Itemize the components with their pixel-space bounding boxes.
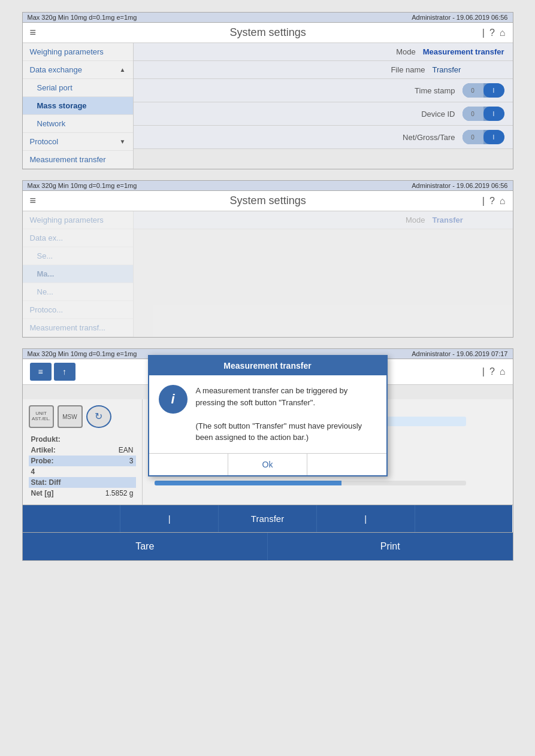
title-bar-1: ≡ System settings | ? ⌂ xyxy=(23,23,513,43)
status-left-2: Max 320g Min 10mg d=0.1mg e=1mg xyxy=(28,182,137,189)
toggle-off-netgrosstare: 0 xyxy=(463,130,483,144)
status-right-2: Administrator - 19.06.2019 06:56 xyxy=(412,182,507,189)
page-title-2: System settings xyxy=(54,195,482,207)
dialog-separator-right xyxy=(307,454,386,475)
triangle-down-icon: ▼ xyxy=(120,138,126,145)
settings-label-netgrosstare: Net/Gross/Tare xyxy=(142,133,463,142)
weighing-left-panel: UNITAST./EL. MSW ↻ Produkt: xyxy=(23,399,143,505)
menu-btn-2[interactable]: ≡ xyxy=(30,195,54,207)
sidebar-item-2-network: Ne... xyxy=(23,283,133,301)
help-icon-1[interactable]: ? xyxy=(489,28,495,38)
weighing-data-table: Produkt: Artikel: EAN Probe: 3 4 xyxy=(29,434,136,499)
progress-bar-fill xyxy=(155,481,341,485)
settings-row-filename: File name Transfer xyxy=(134,61,513,79)
sidebar-2: Weighing parameters Data ex... Se... Ma.… xyxy=(23,211,134,337)
toggle-on-deviceid: I xyxy=(483,107,504,121)
sidebar-item-2-protocol: Protoco... xyxy=(23,301,133,319)
status-left-3: Max 320g Min 10mg d=0.1mg e=1mg xyxy=(28,350,137,357)
settings-label-timestamp: Time stamp xyxy=(142,86,463,95)
action-btn-tare[interactable]: Tare xyxy=(23,533,268,560)
left-icons-3: ≡ ↑ xyxy=(30,363,75,381)
status-right-3: Administrator - 19.06.2019 07:17 xyxy=(412,350,507,357)
up-btn-3[interactable]: ↑ xyxy=(54,363,75,381)
data-row-artikel: Artikel: EAN xyxy=(29,445,136,456)
menu-icon-3: ≡ xyxy=(38,367,43,377)
sidebar-item-protocol[interactable]: Protocol ▼ xyxy=(23,133,133,151)
settings-value-mode: Measurement transfer xyxy=(423,47,504,56)
divider-3: | xyxy=(482,366,485,377)
status-bar-1: Max 320g Min 10mg d=0.1mg e=1mg Administ… xyxy=(23,13,513,23)
settings-row-mode: Mode Measurement transfer xyxy=(134,43,513,61)
unit-asl-btn[interactable]: UNITAST./EL. xyxy=(29,405,54,428)
settings-row-deviceid: Device ID 0 I xyxy=(134,102,513,126)
menu-btn-1[interactable]: ≡ xyxy=(30,26,54,39)
dialog-body: i A measurement transfer can be triggere… xyxy=(149,375,386,453)
title-icons-3: | ? ⌂ xyxy=(482,366,506,377)
content-area-1: Weighing parameters Data exchange ▲ Seri… xyxy=(23,43,513,169)
action-btn-transfer[interactable]: Transfer xyxy=(219,505,317,532)
data-row-produkt: Produkt: xyxy=(29,434,136,445)
settings-row-2-mode: Mode Transfer xyxy=(134,211,513,229)
toggle-netgrosstare[interactable]: 0 I xyxy=(463,130,504,144)
content-area-2: Weighing parameters Data ex... Se... Ma.… xyxy=(23,211,513,337)
sidebar-item-mass-storage[interactable]: Mass storage xyxy=(23,97,133,115)
action-bar-2: Tare Print xyxy=(23,532,513,560)
dialog-text: A measurement transfer can be triggered … xyxy=(196,385,377,444)
status-right-1: Administrator - 19.06.2019 06:56 xyxy=(412,14,507,21)
toggle-deviceid[interactable]: 0 I xyxy=(463,107,504,121)
action-btn-empty-2[interactable]: | xyxy=(120,505,219,532)
circle-arrow-btn[interactable]: ↻ xyxy=(86,405,111,428)
screen2: Max 320g Min 10mg d=0.1mg e=1mg Administ… xyxy=(22,180,513,338)
sidebar-item-2-mass: Ma... xyxy=(23,265,133,283)
menu-icon-2: ≡ xyxy=(30,195,37,207)
right-panel-2: Mode Transfer xyxy=(134,211,513,337)
action-btn-empty-1[interactable] xyxy=(23,505,121,532)
toggle-timestamp[interactable]: 0 I xyxy=(463,83,504,98)
blurred-content: Weighing parameters Data ex... Se... Ma.… xyxy=(23,211,513,337)
sidebar-item-serial-port[interactable]: Serial port xyxy=(23,79,133,97)
sidebar-item-data-exchange[interactable]: Data exchange ▲ xyxy=(23,61,133,79)
settings-label-mode: Mode xyxy=(142,47,423,56)
home-icon-1[interactable]: ⌂ xyxy=(500,28,506,38)
data-row-probe: Probe: 3 xyxy=(29,456,136,466)
status-left-1: Max 320g Min 10mg d=0.1mg e=1mg xyxy=(28,14,137,21)
action-icons: UNITAST./EL. MSW ↻ xyxy=(29,405,136,428)
sidebar-item-measurement-transfer[interactable]: Measurement transfer xyxy=(23,151,133,169)
sidebar-item-2-serial: Se... xyxy=(23,247,133,265)
action-btn-print[interactable]: Print xyxy=(268,533,513,560)
title-icons-2: | ? ⌂ xyxy=(482,196,506,207)
sidebar-item-network[interactable]: Network xyxy=(23,115,133,133)
data-row-netg: Net [g] 1.5852 g xyxy=(29,488,136,499)
menu-btn-3[interactable]: ≡ xyxy=(30,363,52,381)
msw-btn[interactable]: MSW xyxy=(58,405,83,428)
help-icon-3[interactable]: ? xyxy=(489,366,495,377)
sidebar-item-weighing[interactable]: Weighing parameters xyxy=(23,43,133,61)
screen1: Max 320g Min 10mg d=0.1mg e=1mg Administ… xyxy=(22,12,513,169)
up-icon-3: ↑ xyxy=(62,367,67,377)
home-icon-3[interactable]: ⌂ xyxy=(500,366,506,377)
sidebar-item-2-measurement: Measurement transf... xyxy=(23,319,133,337)
menu-icon-1: ≡ xyxy=(30,26,37,39)
data-row-stat-diff: Stat: Diff xyxy=(29,477,136,488)
help-icon-2[interactable]: ? xyxy=(489,196,495,207)
dialog-text-line2: (The soft button "Transfer" must have pr… xyxy=(196,420,377,444)
dialog-separator-left xyxy=(149,454,228,475)
page-title-1: System settings xyxy=(54,26,482,39)
dialog-ok-button[interactable]: Ok xyxy=(228,454,307,475)
settings-row-netgrosstare: Net/Gross/Tare 0 I xyxy=(134,126,513,149)
action-btn-empty-4[interactable] xyxy=(415,505,513,532)
settings-label-deviceid: Device ID xyxy=(142,110,463,119)
dialog-box: Measurement transfer i A measurement tra… xyxy=(148,355,388,476)
sidebar-1: Weighing parameters Data exchange ▲ Seri… xyxy=(23,43,134,169)
divider-2: | xyxy=(482,196,485,207)
title-bar-2: ≡ System settings | ? ⌂ xyxy=(23,191,513,211)
settings-value-filename: Transfer xyxy=(433,65,504,74)
sidebar-item-2-weighing: Weighing parameters xyxy=(23,211,133,229)
settings-row-timestamp: Time stamp 0 I xyxy=(134,79,513,102)
toggle-off-deviceid: 0 xyxy=(463,107,483,121)
right-panel-1: Mode Measurement transfer File name Tran… xyxy=(134,43,513,169)
dialog-title: Measurement transfer xyxy=(149,356,386,375)
home-icon-2[interactable]: ⌂ xyxy=(500,196,506,207)
title-icons-1: | ? ⌂ xyxy=(482,28,506,38)
action-btn-empty-3[interactable]: | xyxy=(317,505,415,532)
